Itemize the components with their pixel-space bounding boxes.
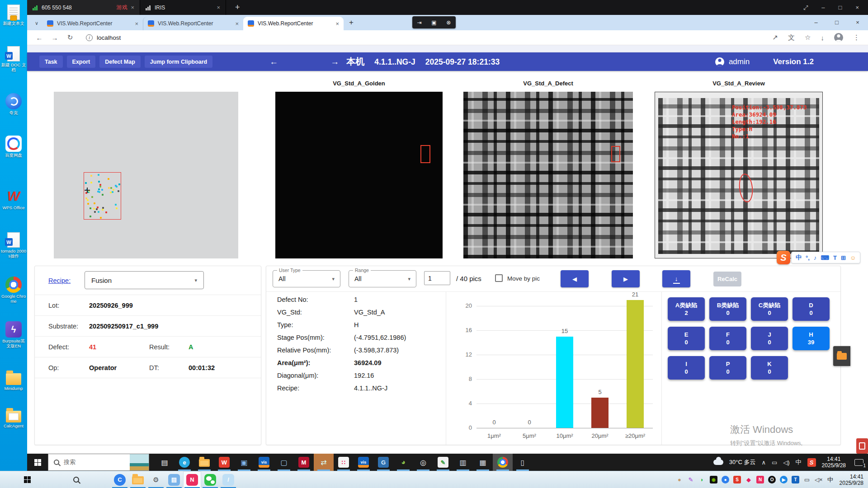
desktop-icon-burpsuite[interactable]: ϟ Burpsuite英文版EN — [0, 321, 27, 348]
site-info-icon[interactable]: i — [86, 34, 93, 41]
minimize-button[interactable]: – — [806, 19, 826, 26]
start-button[interactable] — [18, 471, 36, 488]
disk-analyzer-app-icon[interactable]: ◕ — [393, 454, 413, 471]
punctuation-icon[interactable]: °, — [806, 254, 810, 261]
window-app-icon[interactable]: ▢ — [274, 454, 294, 471]
notification-icon[interactable]: 1 — [854, 459, 863, 466]
sogou-logo[interactable]: S — [777, 251, 790, 264]
fullscreen-icon[interactable]: ⤢ — [803, 4, 808, 11]
pet-tray-icon[interactable]: ● — [676, 476, 683, 483]
tray-expand-icon[interactable]: ∧ — [761, 459, 766, 466]
folder-flyout-button[interactable] — [833, 346, 850, 366]
skin-icon[interactable]: T — [833, 254, 837, 261]
tab-search-chevron-icon[interactable]: ∨ — [31, 20, 42, 26]
taskbar-search-box[interactable]: 搜索 — [48, 454, 149, 471]
translate-icon[interactable]: 文 — [788, 33, 795, 42]
category-e-button[interactable]: E 0 — [668, 327, 705, 350]
nav-task-button[interactable]: Task — [39, 56, 63, 68]
update-tray-icon[interactable]: O — [768, 476, 776, 483]
user-name[interactable]: admin — [729, 57, 750, 66]
ime-mode-indicator[interactable]: 中 — [796, 253, 802, 262]
back-button[interactable]: ← — [32, 34, 47, 42]
nav-back-arrow[interactable]: ← — [269, 57, 278, 67]
nav-defect-map-button[interactable]: Defect Map — [99, 56, 141, 68]
color-dots-app-icon[interactable]: ∷ — [334, 454, 354, 471]
wechat-icon[interactable] — [201, 471, 219, 488]
desktop-icon-baidu-netdisk[interactable]: 百度网盘 — [0, 136, 27, 158]
pip-window-icon[interactable]: ▣ — [431, 19, 436, 26]
category-i-button[interactable]: I 0 — [668, 356, 705, 380]
review-image[interactable]: Position:-3.598,37.873 Area:36924.09 Len… — [655, 92, 823, 258]
category-p-button[interactable]: P 0 — [709, 356, 746, 380]
nav-export-button[interactable]: Export — [67, 56, 96, 68]
browser-menu-icon[interactable]: ⋮ — [853, 33, 860, 42]
category-h-button[interactable]: H 39 — [793, 327, 830, 350]
prev-defect-button[interactable]: ◀ — [561, 270, 589, 287]
globe-server-app-icon[interactable]: G — [373, 454, 393, 471]
desktop-icon-minidump[interactable]: Minidump — [0, 370, 27, 391]
feather-app-icon[interactable]: / — [219, 471, 237, 488]
pip-collapse-icon[interactable]: ⇥ — [417, 19, 422, 26]
settings-gear-icon[interactable]: ⚙ — [147, 471, 165, 488]
desktop-icon-new-doc[interactable]: W 新建 DOC 文档 — [0, 46, 27, 72]
move-by-pic-checkbox[interactable] — [495, 274, 503, 282]
close-button[interactable]: × — [847, 19, 868, 26]
sogou-tray-icon[interactable]: S — [807, 458, 816, 467]
volume-icon[interactable]: ◁) — [783, 459, 789, 466]
report-editor-app-icon[interactable]: ✎ — [433, 454, 453, 471]
close-icon[interactable]: × — [217, 4, 220, 11]
file-explorer-icon[interactable] — [194, 454, 214, 471]
nav-jump-clipboard-button[interactable]: Jump form Clipboard — [145, 56, 212, 68]
close-icon[interactable]: × — [335, 20, 339, 27]
category-f-button[interactable]: F 0 — [709, 327, 746, 350]
edge-browser-icon[interactable]: e — [175, 454, 194, 471]
desktop-icon-new-text-file[interactable]: 新建文本文 — [0, 5, 27, 26]
volume-muted-tray-icon[interactable]: ◁× — [815, 476, 823, 483]
share-icon[interactable]: ↗ — [772, 33, 778, 42]
user-type-select[interactable]: User Type All ▾ — [273, 270, 340, 287]
bing-daily-image[interactable] — [130, 454, 149, 470]
ime-indicator[interactable]: 中 — [796, 458, 802, 466]
remote-tab-iris[interactable]: IRIS × — [140, 0, 226, 15]
vis-app-icon[interactable]: vis — [254, 454, 274, 471]
sync-lock-app-icon[interactable]: ⇄ — [314, 454, 334, 471]
download-icon[interactable]: ↓ — [821, 34, 825, 42]
weather-text[interactable]: 30°C 多云 — [729, 458, 756, 466]
category-a-button[interactable]: A类缺陷 2 — [668, 297, 705, 321]
task-view-icon[interactable]: ▤ — [155, 454, 175, 471]
wechat-tray-icon[interactable]: ◗ — [698, 476, 706, 483]
browser-tab-3-active[interactable]: VIS.Web.ReportCenter × — [243, 17, 344, 30]
color-tray-icon[interactable]: ◆ — [745, 476, 752, 483]
table-app-icon[interactable]: ▦ — [473, 454, 493, 471]
defect-image[interactable] — [463, 92, 633, 258]
desktop-icon-calcagent[interactable]: CalcAgent — [0, 407, 27, 428]
remote-tab-game[interactable]: 605 550 548 游戏 × — [27, 0, 140, 15]
keyboard-icon[interactable]: ⌨ — [821, 254, 829, 261]
desktop-icon-quark[interactable]: 夸克 — [0, 93, 27, 115]
close-icon[interactable]: × — [135, 20, 138, 27]
golden-image[interactable] — [275, 92, 443, 258]
emoji-icon[interactable]: ☺ — [850, 254, 856, 261]
taskbar-clock[interactable]: 14:41 2025/9/28 — [822, 456, 846, 469]
mvi-app-icon[interactable]: M — [294, 454, 314, 471]
pic-index-input[interactable] — [424, 271, 450, 285]
desktop-icon-google-chrome[interactable]: Google Chrome — [0, 277, 27, 304]
gauge-app-icon[interactable]: ◎ — [413, 454, 433, 471]
category-c-button[interactable]: C类缺陷 0 — [751, 297, 788, 321]
recipe-select[interactable]: Fusion ▾ — [85, 271, 204, 289]
system-app-icon[interactable]: ▣ — [234, 454, 254, 471]
file-explorer-icon[interactable] — [129, 471, 147, 488]
screen-corner-widget[interactable] — [856, 438, 868, 454]
new-remote-tab-button[interactable]: + — [235, 3, 240, 12]
vis-app-icon-2[interactable]: vis — [354, 454, 373, 471]
recalc-button[interactable]: ReCalc — [713, 272, 741, 286]
category-j-button[interactable]: J 0 — [751, 327, 788, 350]
network-tray-icon[interactable]: ▭ — [803, 476, 811, 483]
reload-button[interactable]: ↻ — [62, 33, 78, 42]
new-tab-button[interactable]: + — [349, 18, 354, 27]
category-k-button[interactable]: K 0 — [751, 356, 788, 380]
launcher-tray-icon[interactable]: ▶ — [780, 476, 788, 483]
messenger-tray-icon[interactable]: ● — [722, 476, 729, 483]
forward-button[interactable]: → — [47, 34, 62, 42]
ime-tray-icon[interactable]: 中 — [827, 476, 834, 484]
